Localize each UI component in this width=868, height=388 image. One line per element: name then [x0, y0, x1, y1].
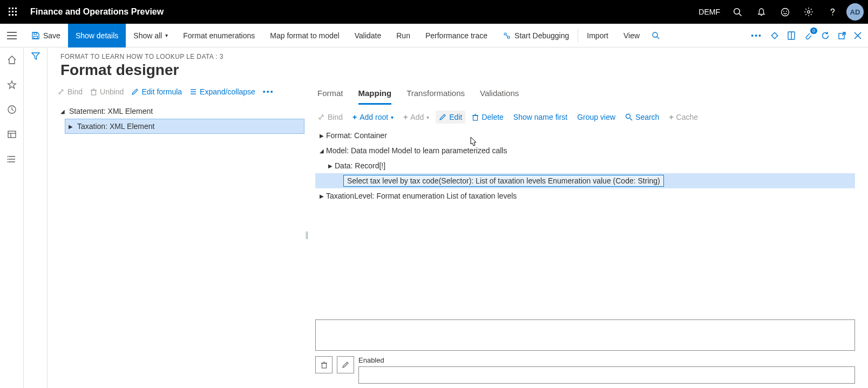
svg-rect-52: [92, 90, 96, 95]
favorites-icon[interactable]: [0, 76, 24, 94]
search-icon[interactable]: [725, 0, 749, 24]
tree-node-model[interactable]: ◢ Model: Data model Model to learn param…: [315, 143, 855, 158]
trash-icon: [90, 88, 97, 96]
action-search-button[interactable]: [647, 24, 664, 47]
start-debugging-button[interactable]: Start Debugging: [495, 24, 577, 47]
svg-line-39: [842, 32, 845, 36]
chevron-down-icon: ▾: [165, 32, 168, 38]
pencil-icon: [342, 361, 349, 369]
mapping-bind-button[interactable]: Bind: [317, 113, 343, 121]
tree-node-statement[interactable]: ◢ Statement: XML Element: [57, 104, 304, 119]
expand-collapse-button[interactable]: Expand/collapse: [189, 87, 255, 96]
popout-icon[interactable]: [838, 31, 846, 40]
overflow-button[interactable]: •••: [263, 87, 274, 96]
trash-icon: [321, 361, 328, 369]
svg-rect-28: [34, 36, 38, 38]
search-button[interactable]: Search: [625, 113, 659, 121]
add-button[interactable]: + Add ▾: [403, 113, 429, 121]
svg-line-23: [811, 9, 812, 10]
unbind-button[interactable]: Unbind: [90, 87, 124, 96]
delete-formula-button[interactable]: [315, 356, 333, 373]
link-icon: [57, 88, 65, 96]
notifications-icon[interactable]: [749, 0, 773, 24]
company-code[interactable]: DEMF: [699, 8, 720, 16]
show-name-first-button[interactable]: Show name first: [513, 113, 567, 121]
bind-button[interactable]: Bind: [57, 87, 83, 96]
svg-rect-58: [473, 115, 478, 120]
edit-formula-button[interactable]: [337, 356, 354, 373]
action-pane: Save Show details Show all ▾ Format enum…: [0, 24, 868, 47]
edit-formula-button[interactable]: Edit formula: [131, 87, 182, 96]
svg-rect-35: [771, 32, 777, 38]
pencil-icon: [131, 88, 139, 96]
app-launcher-icon[interactable]: [0, 0, 26, 24]
show-all-button[interactable]: Show all ▾: [126, 24, 175, 47]
attachments-icon[interactable]: 0: [803, 31, 813, 40]
svg-line-32: [506, 35, 507, 36]
show-details-button[interactable]: Show details: [68, 24, 126, 47]
svg-point-14: [786, 11, 787, 12]
svg-point-33: [653, 32, 657, 37]
tab-format[interactable]: Format: [317, 85, 343, 105]
delete-button[interactable]: Delete: [472, 113, 503, 121]
save-icon: [31, 31, 40, 40]
caret-down-icon: ◢: [60, 108, 69, 114]
show-all-label: Show all: [133, 31, 162, 40]
nav-toggle-icon[interactable]: [0, 24, 24, 47]
refresh-icon[interactable]: [820, 31, 830, 40]
list-icon: [189, 88, 197, 96]
filter-icon[interactable]: [31, 52, 40, 388]
tab-validations[interactable]: Validations: [480, 85, 519, 105]
tree-node-label: TaxationLevel: Format enumeration List o…: [326, 192, 517, 200]
performance-trace-button[interactable]: Performance trace: [418, 24, 495, 47]
edit-button[interactable]: Edit: [436, 111, 465, 124]
close-icon[interactable]: [854, 32, 862, 39]
import-button[interactable]: Import: [579, 24, 616, 47]
diamond-icon[interactable]: [770, 31, 779, 40]
svg-point-24: [832, 14, 833, 15]
plus-icon: +: [669, 113, 673, 121]
feedback-icon[interactable]: [773, 0, 797, 24]
svg-point-31: [507, 36, 510, 38]
group-view-button[interactable]: Group view: [577, 113, 615, 121]
cache-button[interactable]: + Cache: [669, 113, 698, 121]
workspaces-icon[interactable]: [0, 125, 24, 144]
tab-mapping[interactable]: Mapping: [358, 85, 392, 105]
format-enumerations-button[interactable]: Format enumerations: [175, 24, 262, 47]
svg-point-30: [504, 33, 506, 35]
tree-node-format-container[interactable]: ▶ Format: Container: [315, 128, 855, 143]
overflow-icon[interactable]: •••: [751, 31, 762, 40]
page-options-icon[interactable]: [787, 31, 796, 40]
performance-trace-label: Performance trace: [425, 31, 487, 40]
validate-button[interactable]: Validate: [347, 24, 389, 47]
tree-node-taxation-level[interactable]: ▶ TaxationLevel: Format enumeration List…: [315, 188, 855, 203]
settings-icon[interactable]: [797, 0, 820, 24]
home-icon[interactable]: [0, 51, 24, 69]
import-label: Import: [587, 31, 608, 40]
modules-icon[interactable]: [0, 150, 24, 168]
mapping-panel: Format Mapping Transformations Validatio…: [309, 81, 868, 388]
svg-rect-6: [9, 14, 10, 16]
tree-node-selector[interactable]: Select tax level by tax code(Selector): …: [315, 173, 855, 188]
filter-column: [24, 47, 48, 388]
tab-transformations[interactable]: Transformations: [406, 85, 465, 105]
svg-point-13: [783, 11, 784, 12]
save-button[interactable]: Save: [24, 24, 68, 47]
splitter-handle[interactable]: ‖: [304, 81, 309, 388]
view-button[interactable]: View: [616, 24, 647, 47]
format-enumerations-label: Format enumerations: [183, 31, 255, 40]
tree-node-taxation[interactable]: ▶ Taxation: XML Element: [65, 119, 304, 134]
caret-right-icon: ▶: [69, 124, 77, 130]
tree-node-data[interactable]: ▶ Data: Record[!]: [315, 158, 855, 173]
run-button[interactable]: Run: [389, 24, 418, 47]
enabled-input[interactable]: [358, 366, 855, 384]
map-format-to-model-button[interactable]: Map format to model: [262, 24, 347, 47]
recent-icon[interactable]: [0, 100, 24, 119]
user-avatar[interactable]: AD: [846, 3, 864, 21]
help-icon[interactable]: [820, 0, 844, 24]
global-header: Finance and Operations Preview DEMF AD: [0, 0, 868, 24]
formula-textarea[interactable]: [315, 319, 855, 351]
add-root-button[interactable]: + Add root ▾: [352, 113, 394, 121]
show-details-label: Show details: [76, 31, 118, 40]
run-label: Run: [396, 31, 410, 40]
